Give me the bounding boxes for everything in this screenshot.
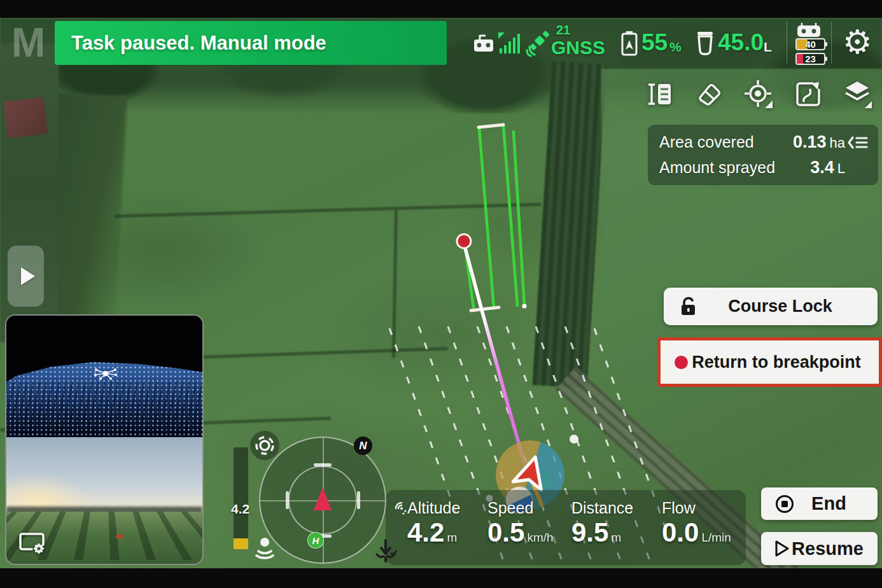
area-covered-value: 0.13 bbox=[793, 132, 827, 152]
amount-sprayed-row: Amount sprayed 3.4 L bbox=[659, 158, 868, 178]
telemetry-altitude: Altitude 4.2m bbox=[407, 499, 460, 548]
altitude-gauge: 4.2 bbox=[234, 447, 248, 549]
telemetry-speed: Speed 0.5km/h bbox=[487, 499, 554, 548]
rc-signal-bars-icon bbox=[498, 31, 521, 57]
flow-value: 0.0 bbox=[662, 517, 699, 547]
home-badge: H bbox=[307, 532, 324, 549]
locate-icon[interactable] bbox=[743, 79, 774, 109]
map-layers-icon[interactable] bbox=[843, 79, 873, 109]
flow-label: Flow bbox=[662, 499, 731, 517]
spray-tank-value: 45.0 bbox=[718, 29, 764, 56]
aux-battery-2-value: 23 bbox=[797, 53, 824, 64]
resume-task-label: Resume bbox=[790, 538, 865, 559]
watermark-logo: M bbox=[11, 19, 46, 66]
route-edit-icon[interactable] bbox=[793, 79, 823, 109]
amount-sprayed-unit: L bbox=[837, 160, 845, 177]
unlock-icon bbox=[679, 297, 698, 317]
expand-panel-tab[interactable] bbox=[8, 246, 44, 307]
aux-battery-1: 40 bbox=[795, 38, 825, 50]
return-to-breakpoint-label: Return to breakpoint bbox=[688, 353, 865, 372]
spray-tank-unit: L bbox=[764, 39, 772, 55]
camera-settings-icon[interactable] bbox=[18, 531, 47, 556]
flow-unit: L/min bbox=[701, 531, 731, 544]
area-covered-unit: ha bbox=[830, 135, 845, 151]
remote-controller-icon bbox=[472, 33, 496, 57]
return-to-breakpoint-button[interactable]: Return to breakpoint bbox=[661, 340, 879, 384]
altitude-gauge-value: 4.2 bbox=[231, 501, 249, 517]
statusbar-divider bbox=[831, 22, 832, 64]
gnss-count: 21 bbox=[556, 23, 570, 38]
statusbar-divider bbox=[787, 22, 787, 64]
collapse-panel-icon[interactable] bbox=[845, 135, 868, 150]
status-banner: Task paused. Manual mode bbox=[55, 21, 447, 65]
map-field-boundary bbox=[392, 210, 398, 358]
altitude-gauge-fill bbox=[234, 538, 248, 549]
letterbox-top bbox=[0, 0, 882, 18]
area-covered-row: Area covered 0.13 ha bbox=[659, 132, 868, 152]
end-task-button[interactable]: End bbox=[761, 487, 878, 520]
telemetry-flow: Flow 0.0L/min bbox=[662, 499, 731, 548]
resume-task-button[interactable]: Resume bbox=[761, 532, 878, 565]
distance-label: Distance bbox=[571, 499, 633, 517]
coverage-panel: Area covered 0.13 ha Amount sprayed 3.4 … bbox=[648, 125, 878, 185]
distance-unit: m bbox=[611, 531, 621, 544]
status-banner-text: Task paused. Manual mode bbox=[71, 32, 326, 55]
camera-preview-panel[interactable] bbox=[5, 314, 204, 565]
pointcloud-drone-icon bbox=[93, 367, 118, 383]
area-covered-label: Area covered bbox=[659, 133, 793, 151]
map-field-boundary bbox=[115, 203, 541, 218]
drone-battery-icon bbox=[621, 31, 638, 59]
drone-heading-icon bbox=[314, 487, 332, 510]
telemetry-distance: Distance 9.5m bbox=[571, 499, 633, 548]
return-to-breakpoint-highlight: Return to breakpoint bbox=[657, 337, 882, 387]
amount-sprayed-value: 3.4 bbox=[810, 158, 834, 178]
task-list-icon[interactable] bbox=[645, 79, 675, 109]
distance-value: 9.5 bbox=[571, 517, 608, 547]
spray-tank-icon bbox=[695, 31, 715, 59]
play-outline-icon bbox=[774, 539, 790, 558]
drone-battery-unit: % bbox=[669, 39, 682, 55]
north-badge: N bbox=[354, 437, 372, 455]
map-building-roof bbox=[3, 97, 48, 138]
fpv-camera-view[interactable] bbox=[6, 437, 202, 564]
amount-sprayed-label: Amount sprayed bbox=[659, 158, 810, 177]
settings-gear-icon[interactable]: ⚙ bbox=[843, 25, 872, 59]
speed-unit: km/h bbox=[527, 531, 553, 544]
breakpoint-dot-icon bbox=[675, 356, 688, 369]
telemetry-panel: Altitude 4.2m Speed 0.5km/h Distance 9.5… bbox=[386, 490, 746, 565]
lidar-pointcloud-view[interactable] bbox=[6, 316, 202, 437]
gnss-label: GNSS bbox=[551, 37, 605, 59]
stop-icon bbox=[775, 494, 794, 514]
end-task-label: End bbox=[794, 493, 864, 514]
altitude-label: Altitude bbox=[407, 499, 460, 517]
speed-label: Speed bbox=[487, 499, 554, 517]
altitude-value: 4.2 bbox=[407, 517, 444, 547]
descend-spray-icon bbox=[372, 536, 400, 567]
drone-battery-value: 55 bbox=[641, 29, 668, 56]
course-lock-label: Course Lock bbox=[698, 297, 862, 316]
gnss-satellite-icon bbox=[526, 31, 552, 61]
play-icon bbox=[21, 267, 35, 285]
aux-battery-1-value: 40 bbox=[797, 39, 824, 50]
drone-flight-screen: M Task paused. Manual mode bbox=[0, 0, 882, 588]
ground-station-icon[interactable] bbox=[250, 533, 279, 563]
altitude-unit: m bbox=[447, 531, 457, 544]
attitude-ball-icon[interactable] bbox=[250, 431, 279, 460]
letterbox-bottom bbox=[0, 568, 882, 588]
eraser-icon[interactable] bbox=[694, 79, 724, 109]
course-lock-button[interactable]: Course Lock bbox=[664, 288, 878, 325]
aux-battery-2: 23 bbox=[795, 53, 825, 65]
speed-value: 0.5 bbox=[487, 517, 524, 547]
aux-device-icon bbox=[797, 22, 821, 40]
